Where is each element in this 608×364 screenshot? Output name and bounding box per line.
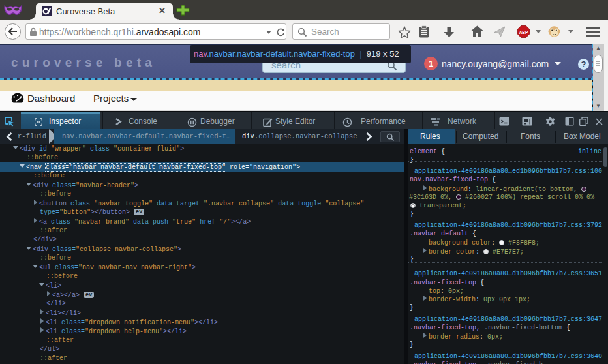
svg-text:ABP: ABP (519, 30, 528, 35)
